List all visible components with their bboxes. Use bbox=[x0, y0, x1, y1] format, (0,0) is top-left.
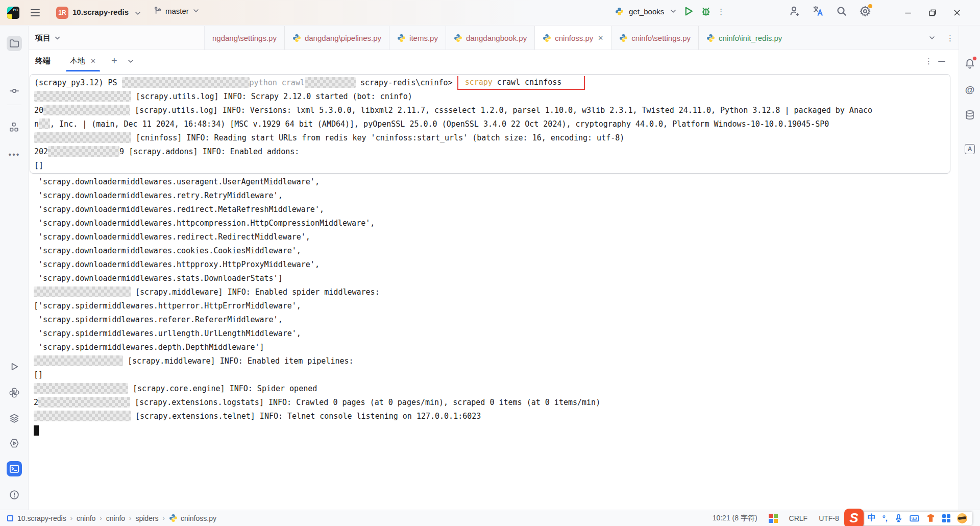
editor-tab[interactable]: cninfo\settings.py bbox=[611, 26, 698, 50]
terminal-line: [] bbox=[34, 368, 959, 382]
annotation-red-box: scrapy crawl cninfoss bbox=[457, 76, 585, 90]
tabs-list-chevron-icon[interactable] bbox=[928, 34, 936, 42]
python-console-button[interactable] bbox=[7, 385, 22, 400]
breadcrumb-item[interactable]: cninfo bbox=[77, 514, 95, 522]
terminal-text: [] bbox=[34, 370, 43, 379]
python-file-icon bbox=[543, 34, 551, 42]
project-badge: 1R bbox=[56, 7, 68, 19]
breadcrumb-item[interactable]: spiders bbox=[135, 514, 158, 522]
terminal-line: 2 [scrapy.extensions.logstats] INFO: Cra… bbox=[34, 396, 959, 410]
skin-icon[interactable] bbox=[926, 513, 936, 523]
terminal-output-area[interactable]: (scrapy_py3.12) PS python crawl scrapy-r… bbox=[29, 71, 959, 510]
editor-tab[interactable]: dangdangbook.py bbox=[446, 26, 534, 50]
project-panel-header[interactable]: 项目 bbox=[29, 26, 205, 50]
terminal-text: ['scrapy.spidermiddlewares.httperror.Htt… bbox=[34, 301, 301, 310]
chevron-down-icon[interactable] bbox=[669, 7, 677, 15]
censored-mosaic bbox=[34, 383, 128, 394]
search-icon[interactable] bbox=[836, 5, 848, 17]
breadcrumb-item[interactable]: 10.scrapy-redis bbox=[17, 514, 66, 522]
services-tool-window-button[interactable] bbox=[7, 411, 22, 426]
terminal-line: 20 [scrapy.utils.log] INFO: Versions: lx… bbox=[34, 104, 950, 117]
run-tool-window-button[interactable] bbox=[7, 359, 22, 374]
editor-tab[interactable]: ngdang\settings.py bbox=[205, 26, 284, 50]
censored-mosaic bbox=[34, 132, 131, 143]
main-menu-icon[interactable] bbox=[30, 7, 41, 18]
add-user-icon[interactable] bbox=[789, 5, 801, 17]
terminal-text: [scrapy.extensions.telnet] INFO: Telnet … bbox=[131, 412, 481, 421]
project-name[interactable]: 10.scrapy-redis bbox=[72, 8, 129, 16]
terminal-text: 'scrapy.downloadermiddlewares.cookies.Co… bbox=[34, 246, 301, 255]
run-button[interactable] bbox=[682, 5, 695, 17]
hide-terminal-icon[interactable] bbox=[938, 61, 945, 62]
python-file-icon bbox=[397, 34, 406, 42]
terminal-text: [] bbox=[34, 161, 43, 170]
microphone-icon[interactable] bbox=[894, 514, 903, 522]
terminal-text: , Inc. | (main, Dec 11 2024, 16:48:34) [… bbox=[50, 119, 829, 129]
terminal-line: 'scrapy.spidermiddlewares.urllength.UrlL… bbox=[34, 327, 959, 341]
editor-tab-label: cninfo\init_redis.py bbox=[719, 34, 782, 42]
profiler-tool-window-button[interactable] bbox=[7, 436, 22, 451]
window-restore-button[interactable] bbox=[928, 8, 937, 17]
editor-tab[interactable]: cninfo\init_redis.py bbox=[698, 26, 790, 50]
terminal-text: 'scrapy.downloadermiddlewares.redirect.M… bbox=[34, 205, 324, 214]
ime-punctuation-toggle[interactable]: °, bbox=[883, 514, 888, 522]
debug-button[interactable] bbox=[700, 5, 712, 17]
vcs-branch-widget[interactable]: master bbox=[153, 6, 200, 15]
keyboard-icon[interactable] bbox=[910, 513, 919, 523]
terminal-text: 'scrapy.spidermiddlewares.referer.Refere… bbox=[34, 315, 283, 324]
emoji-icon[interactable] bbox=[957, 513, 967, 523]
sogou-logo-icon[interactable]: S bbox=[844, 509, 864, 526]
chevron-down-icon[interactable] bbox=[134, 9, 142, 17]
editor-tab[interactable]: cninfoss.py✕ bbox=[534, 26, 611, 50]
editor-tab[interactable]: items.py bbox=[389, 26, 446, 50]
censored-mosaic bbox=[34, 286, 131, 297]
new-terminal-session-button[interactable]: + bbox=[111, 55, 117, 67]
more-run-options-icon[interactable]: ⋮ bbox=[717, 10, 720, 13]
window-close-button[interactable] bbox=[952, 8, 962, 17]
breadcrumb-item[interactable]: cninfo bbox=[106, 514, 125, 522]
settings-gear-icon[interactable] bbox=[859, 5, 871, 17]
python-file-icon bbox=[169, 514, 178, 522]
close-tab-icon[interactable]: ✕ bbox=[598, 34, 603, 42]
close-terminal-tab-icon[interactable]: ✕ bbox=[90, 57, 96, 65]
run-config-name[interactable]: get_books bbox=[629, 7, 664, 16]
terminal-text: 9 [scrapy.addons] INFO: Enabled addons: bbox=[119, 147, 299, 156]
censored-mosaic bbox=[34, 91, 131, 102]
problems-tool-window-button[interactable] bbox=[7, 487, 22, 503]
database-tool-window-icon[interactable] bbox=[963, 108, 977, 122]
terminal-scrollback: 'scrapy.downloadermiddlewares.useragent.… bbox=[29, 175, 959, 437]
terminal-text: (scrapy_py3.12) PS bbox=[34, 78, 122, 87]
commit-tool-window-button[interactable] bbox=[7, 83, 22, 99]
terminal-tool-window-button[interactable] bbox=[7, 461, 22, 476]
terminal-text: 'scrapy.spidermiddlewares.depth.DepthMid… bbox=[34, 343, 264, 352]
terminal-line: 'scrapy.downloadermiddlewares.retry.Retr… bbox=[34, 189, 959, 203]
ime-language-toggle[interactable]: 中 bbox=[868, 513, 876, 523]
editor-tab[interactable]: dangdang\pipelines.py bbox=[284, 26, 389, 50]
ime-toolbox-icon[interactable] bbox=[942, 514, 950, 522]
terminal-text: n bbox=[34, 119, 39, 129]
project-panel-title: 项目 bbox=[35, 33, 51, 43]
notifications-bell-icon[interactable] bbox=[963, 57, 977, 71]
colored-grid-icon[interactable] bbox=[769, 514, 778, 523]
censored-mosaic bbox=[122, 77, 250, 88]
terminal-options-icon[interactable]: ⋮ bbox=[925, 60, 928, 62]
caret-position-widget[interactable]: 10:21 (8 字符) bbox=[713, 514, 757, 523]
censored-mosaic bbox=[305, 77, 356, 88]
ai-assistant-icon[interactable]: @ bbox=[963, 83, 977, 97]
line-separator-widget[interactable]: CRLF bbox=[789, 514, 808, 522]
project-tool-window-button[interactable] bbox=[7, 36, 22, 51]
terminal-line: ['scrapy.spidermiddlewares.httperror.Htt… bbox=[34, 299, 959, 313]
more-tool-windows-icon[interactable]: ••• bbox=[7, 147, 22, 162]
translation-tool-window-icon[interactable]: A bbox=[963, 142, 977, 156]
terminal-session-tab[interactable]: 本地 ✕ bbox=[65, 51, 101, 71]
editor-tab-label: dangdang\pipelines.py bbox=[305, 34, 381, 42]
tabs-more-options-icon[interactable]: ⋮ bbox=[946, 37, 949, 39]
translate-icon[interactable] bbox=[812, 5, 824, 17]
window-minimize-button[interactable] bbox=[903, 8, 913, 17]
structure-tool-window-button[interactable] bbox=[7, 119, 22, 135]
terminal-session-chevron-icon[interactable] bbox=[127, 57, 135, 65]
breadcrumb-file[interactable]: cninfoss.py bbox=[169, 514, 216, 522]
notification-dot bbox=[972, 56, 977, 61]
terminal-text: scrapy-redis\cninfo> bbox=[356, 78, 457, 87]
encoding-widget[interactable]: UTF-8 bbox=[819, 514, 839, 522]
